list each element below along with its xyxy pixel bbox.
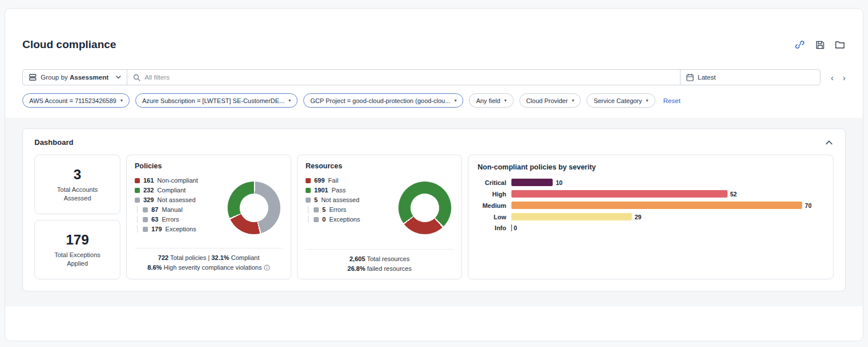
- group-by-text: Group by Assessment: [41, 74, 108, 81]
- legend-value: 232: [143, 187, 154, 194]
- legend-value: 63: [151, 216, 158, 223]
- filter-chips-row: AWS Account = 711523426589▾Azure Subscri…: [22, 93, 846, 108]
- legend-value: 0: [322, 216, 326, 223]
- total-accounts-card: 3 Total Accounts Assessed: [34, 155, 120, 214]
- filter-chip-2[interactable]: Azure Subscription = [LWTEST] SE-Custome…: [135, 93, 298, 108]
- severity-row-medium: Medium70: [478, 202, 824, 209]
- time-range-value: Latest: [698, 74, 715, 81]
- chevron-up-icon[interactable]: [824, 139, 834, 146]
- resources-total-value: 2,605: [350, 255, 366, 262]
- stat-cards-column: 3 Total Accounts Assessed 179 Total Exce…: [34, 155, 120, 279]
- severity-label: Low: [478, 214, 506, 220]
- policies-totals-line: 722 Total policies | 32.1% Compliant: [135, 253, 283, 263]
- resources-failed-line: 26.8% failed resources: [306, 264, 453, 274]
- filter-chip-label: Cloud Provider: [526, 97, 568, 104]
- donut-hole: [410, 194, 439, 222]
- policies-card: Policies 161Non-compliant232Compliant329…: [126, 155, 291, 279]
- resources-title: Resources: [306, 162, 453, 170]
- filter-chip-6[interactable]: Service Category▾: [587, 93, 655, 108]
- resources-footer: 2,605 Total resources 26.8% failed resou…: [306, 249, 453, 274]
- legend-value: 179: [151, 226, 162, 232]
- filter-chip-label: Service Category: [593, 97, 642, 104]
- filter-chip-label: Azure Subscription = [LWTEST] SE-Custome…: [142, 97, 284, 104]
- policies-note-value: 8.6%: [147, 264, 162, 271]
- info-icon[interactable]: [264, 264, 270, 274]
- time-range-dropdown[interactable]: Latest: [680, 69, 820, 85]
- share-link-icon[interactable]: [794, 39, 806, 50]
- resources-totals-line: 2,605 Total resources: [306, 254, 453, 264]
- policies-total-value: 722: [158, 254, 169, 261]
- chevron-down-icon: ▾: [505, 98, 507, 103]
- chevron-down-icon: ▾: [454, 98, 456, 103]
- severity-bar: [511, 213, 632, 220]
- severity-row-info: Info0: [478, 224, 824, 231]
- resources-donut-chart: [398, 182, 451, 234]
- total-accounts-value: 3: [73, 167, 81, 183]
- severity-label: Critical: [478, 179, 506, 186]
- legend-swatch: [143, 217, 148, 222]
- total-exceptions-value: 179: [66, 232, 89, 248]
- filter-chip-1[interactable]: AWS Account = 711523426589▾: [22, 93, 130, 108]
- group-by-value: Assessment: [70, 74, 109, 81]
- separator: |: [206, 254, 212, 261]
- header-actions: [794, 39, 846, 50]
- group-by-dropdown[interactable]: Group by Assessment: [22, 69, 127, 85]
- legend-value: 329: [143, 196, 154, 203]
- legend-item-not-assessed: 329Not assessed: [135, 196, 231, 203]
- severity-value: 0: [511, 224, 517, 231]
- legend-swatch: [143, 227, 148, 232]
- severity-card: Non-compliant policies by severity Criti…: [468, 155, 834, 279]
- save-icon[interactable]: [814, 39, 826, 50]
- legend-swatch: [135, 178, 140, 183]
- severity-bar: [511, 190, 728, 198]
- legend-swatch: [135, 198, 140, 203]
- next-button[interactable]: ›: [843, 73, 846, 82]
- legend-label: Not assessed: [157, 196, 196, 203]
- legend-item-exceptions: 179Exceptions: [137, 226, 231, 232]
- severity-label: High: [478, 191, 506, 198]
- severity-value: 70: [805, 202, 812, 209]
- resources-card: Resources 699Fail1901Pass5Not assessed5E…: [297, 155, 462, 279]
- legend-item-non-compliant: 161Non-compliant: [135, 177, 231, 184]
- total-accounts-label: Total Accounts Assessed: [48, 186, 107, 203]
- filter-chip-3[interactable]: GCP Project = good-cloud-protection (goo…: [303, 93, 463, 108]
- donut-hole: [240, 194, 268, 222]
- page-header: Cloud compliance: [5, 9, 863, 51]
- legend-item-compliant: 232Compliant: [135, 187, 231, 194]
- legend-label: Errors: [162, 216, 179, 223]
- legend-value: 5: [322, 206, 326, 213]
- severity-value: 10: [556, 179, 562, 186]
- policies-note-label: High severity compliance violations: [162, 264, 261, 271]
- time-pager: ‹ ›: [831, 69, 846, 85]
- severity-track: 10: [511, 179, 824, 186]
- legend-swatch: [306, 178, 311, 183]
- severity-value: 29: [635, 214, 642, 220]
- policies-legend: 161Non-compliant232Compliant329Not asses…: [135, 177, 231, 232]
- all-filters-input[interactable]: [144, 74, 674, 81]
- legend-label: Fail: [328, 177, 338, 184]
- legend-label: Exceptions: [329, 216, 360, 223]
- severity-title: Non-compliant policies by severity: [478, 163, 824, 171]
- legend-item-fail: 699Fail: [306, 177, 402, 184]
- prev-button[interactable]: ‹: [831, 73, 834, 82]
- legend-swatch: [314, 207, 319, 212]
- legend-swatch: [143, 207, 148, 212]
- total-exceptions-card: 179 Total Exceptions Applied: [34, 220, 120, 279]
- total-exceptions-label: Total Exceptions Applied: [48, 251, 107, 268]
- filters-searchbar[interactable]: [127, 69, 681, 85]
- cloud-compliance-window: Cloud compliance: [5, 8, 863, 341]
- severity-track: 52: [511, 190, 824, 198]
- calendar-icon: [686, 73, 694, 81]
- legend-swatch: [135, 188, 140, 193]
- reset-filters-button[interactable]: Reset: [663, 97, 681, 104]
- policies-total-label: Total policies: [169, 254, 206, 261]
- policies-donut-chart: [228, 182, 280, 234]
- folder-icon[interactable]: [834, 39, 846, 50]
- legend-item-errors: 63Errors: [137, 216, 231, 223]
- legend-label: Exceptions: [165, 226, 196, 232]
- filter-chip-5[interactable]: Cloud Provider▾: [519, 93, 581, 108]
- filter-chip-4[interactable]: Any field▾: [469, 93, 513, 108]
- chevron-down-icon: ▾: [572, 98, 574, 103]
- policies-pct-label: Compliant: [229, 254, 260, 261]
- page-title: Cloud compliance: [22, 38, 116, 51]
